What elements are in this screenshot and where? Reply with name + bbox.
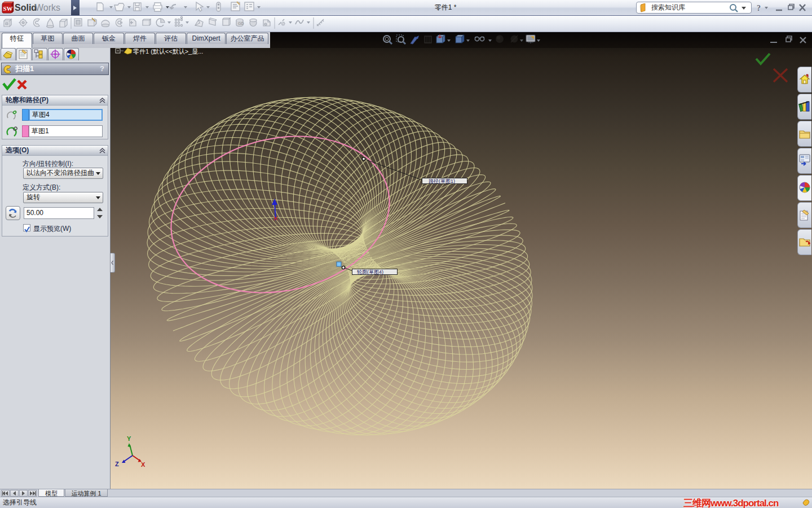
svg-text:?: ?	[757, 4, 761, 12]
svg-text:Works: Works	[35, 3, 60, 12]
svg-text:Y: Y	[127, 435, 131, 442]
svg-text:轮廓(草图4): 轮廓(草图4)	[357, 269, 383, 275]
svg-text:Solid: Solid	[15, 3, 37, 12]
svg-text:Z: Z	[115, 461, 119, 467]
svg-text:路径(草图1): 路径(草图1)	[429, 178, 455, 184]
svg-text:X: X	[141, 461, 145, 468]
svg-text:零件1 (默认<<默认>_显...: 零件1 (默认<<默认>_显...	[133, 48, 203, 55]
svg-text:GD: GD	[238, 21, 244, 25]
svg-text:SW: SW	[3, 5, 13, 12]
